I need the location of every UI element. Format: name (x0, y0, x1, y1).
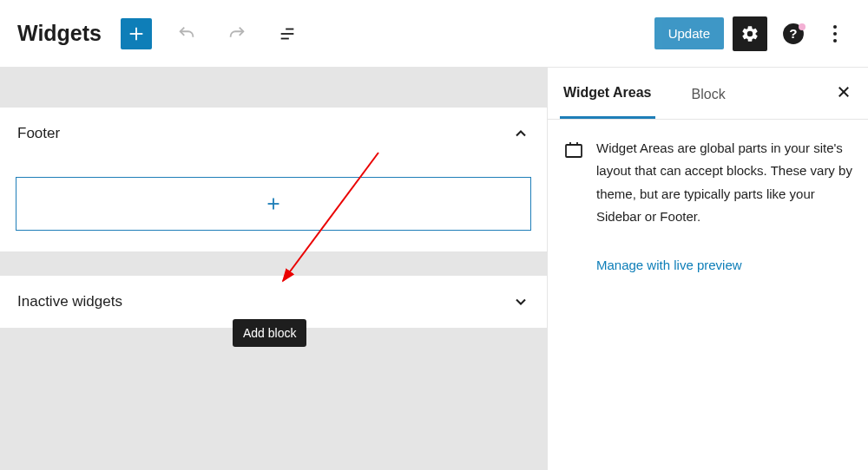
header-right-group: Update ? (654, 16, 851, 51)
appender-container (0, 160, 547, 251)
help-button[interactable]: ? (776, 16, 811, 51)
tab-block[interactable]: Block (688, 69, 741, 118)
footer-panel-title: Footer (17, 125, 60, 142)
sidebar-description: Widget Areas are global parts in your si… (596, 137, 852, 228)
editor-body: Footer Add block Inactive widgets (0, 68, 868, 470)
footer-panel-toggle[interactable]: Footer (0, 108, 547, 160)
more-options-button[interactable] (819, 16, 851, 51)
plus-outline-icon (264, 194, 283, 213)
editor-header: Widgets Update ? (0, 0, 868, 68)
page-title: Widgets (17, 21, 102, 46)
widget-area-icon (563, 139, 584, 160)
kebab-icon (833, 25, 837, 42)
undo-button[interactable] (171, 18, 202, 49)
add-block-button[interactable] (121, 18, 152, 49)
list-outline-icon (278, 24, 297, 43)
main-canvas: Footer Add block Inactive widgets (0, 68, 547, 470)
block-appender[interactable] (16, 177, 531, 231)
svg-text:?: ? (789, 26, 797, 41)
redo-icon (227, 24, 247, 43)
header-left-group: Widgets (17, 18, 303, 49)
gear-icon (740, 24, 760, 43)
settings-sidebar: Widget Areas Block Widget Areas are glob… (547, 68, 868, 470)
sidebar-tabs: Widget Areas Block (548, 68, 868, 120)
document-overview-button[interactable] (272, 18, 303, 49)
chevron-up-icon (512, 125, 529, 142)
tab-widget-areas[interactable]: Widget Areas (560, 68, 655, 119)
undo-icon (177, 24, 196, 43)
inactive-panel-title: Inactive widgets (17, 293, 122, 310)
close-sidebar-button[interactable] (832, 82, 856, 106)
sidebar-body: Widget Areas are global parts in your si… (548, 120, 868, 290)
update-button[interactable]: Update (654, 17, 724, 49)
close-icon (836, 84, 852, 100)
add-block-tooltip: Add block (233, 319, 306, 347)
manage-live-preview-link[interactable]: Manage with live preview (596, 258, 742, 272)
chevron-down-icon (512, 293, 529, 310)
notification-dot-icon (799, 23, 806, 30)
settings-button[interactable] (733, 16, 767, 51)
redo-button[interactable] (221, 18, 253, 49)
plus-icon (127, 24, 146, 43)
widget-area-footer: Footer (0, 108, 547, 251)
sidebar-text-wrap: Widget Areas are global parts in your si… (596, 137, 852, 273)
svg-rect-3 (566, 145, 582, 157)
